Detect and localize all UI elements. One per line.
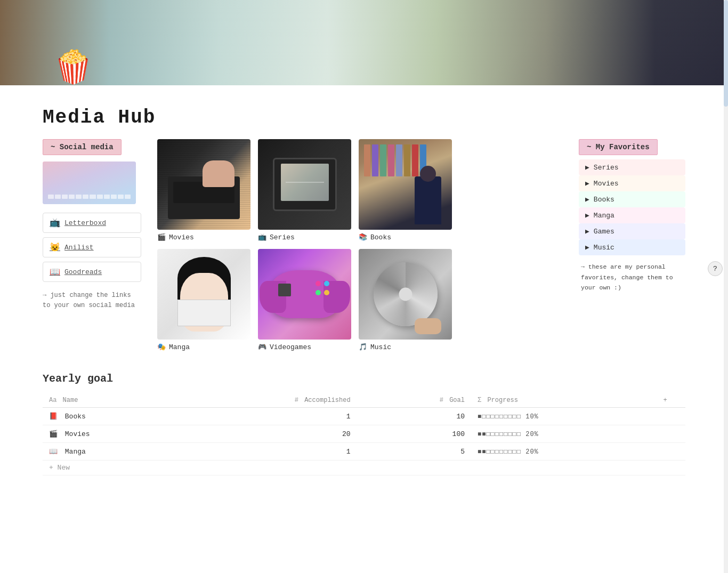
controller-shape	[270, 270, 339, 318]
btn-cross	[316, 290, 321, 295]
fav-books-label: Books	[594, 196, 614, 204]
media-card-music[interactable]: 🎵 Music	[359, 249, 452, 351]
letterboxd-link[interactable]: 📺 Letterboxd	[43, 213, 141, 233]
book-3	[380, 144, 386, 176]
page-title-area: Media Hub	[0, 85, 728, 139]
manga-goal-cell: 5	[357, 443, 471, 461]
cd-hand	[415, 318, 441, 334]
book-2	[372, 144, 378, 176]
letterboxd-label: Letterboxd	[64, 219, 106, 227]
fav-item-series[interactable]: ▶ Series	[579, 159, 685, 175]
scrollbar-thumb[interactable]	[724, 0, 728, 107]
key-1	[48, 195, 54, 199]
movies-label: 🎬 Movies	[157, 233, 250, 241]
book-7	[412, 144, 418, 176]
fav-item-books[interactable]: ▶ Books	[579, 191, 685, 207]
media-card-movies[interactable]: 🎬 Movies	[157, 139, 250, 241]
key-5	[76, 195, 82, 199]
key-8	[97, 195, 103, 199]
page-title: Media Hub	[43, 107, 685, 128]
books-icon: 📚	[359, 233, 367, 241]
anilist-link[interactable]: 😺 Anilist	[43, 237, 141, 257]
keyboard-visual	[43, 162, 136, 204]
series-image	[258, 139, 351, 230]
popcorn-icon: 🍿	[53, 51, 93, 87]
fav-movies-arrow: ▶	[585, 179, 589, 188]
media-card-series[interactable]: 📺 Series	[258, 139, 351, 241]
manga-name-cell: 📖 Manga	[43, 443, 200, 461]
key-2	[55, 195, 61, 199]
fav-item-movies[interactable]: ▶ Movies	[579, 175, 685, 191]
media-grid: 🎬 Movies 📺 Series	[157, 139, 563, 351]
books-goal-cell: 10	[357, 408, 471, 425]
goodreads-link[interactable]: 📖 Goodreads	[43, 262, 141, 282]
videogames-image	[258, 249, 351, 340]
movies-name-cell: 🎬 Movies	[43, 425, 200, 443]
buttons-group	[316, 281, 331, 297]
fav-item-games[interactable]: ▶ Games	[579, 223, 685, 239]
col-progress-header: Σ Progress	[471, 393, 657, 408]
main-content: ~ Social media	[0, 139, 728, 373]
social-section-tag: ~ Social media	[43, 139, 122, 155]
movies-add-cell	[657, 425, 685, 443]
manga-icon: 🎭	[157, 343, 166, 351]
social-image	[43, 162, 136, 204]
books-progress-cell: ■□□□□□□□□□ 10%	[471, 408, 657, 425]
videogames-label: 🎮 Videogames	[258, 343, 351, 351]
media-card-videogames[interactable]: 🎮 Videogames	[258, 249, 351, 351]
col-accomplished-header: # Accomplished	[200, 393, 357, 408]
goodreads-icon: 📖	[50, 267, 60, 277]
progress-col-icon: Σ	[478, 397, 481, 404]
goal-col-icon: #	[440, 397, 443, 404]
social-links-list: 📺 Letterboxd 😺 Anilist 📖 Goodreads	[43, 213, 141, 282]
books-accomplished-cell: 1	[200, 408, 357, 425]
books-row-icon: 📕	[49, 413, 58, 421]
goodreads-label: Goodreads	[64, 268, 102, 276]
books-add-cell	[657, 408, 685, 425]
accomplished-col-icon: #	[295, 397, 298, 404]
fav-books-arrow: ▶	[585, 195, 589, 204]
key-9	[104, 195, 110, 199]
movies-accomplished-cell: 20	[200, 425, 357, 443]
music-image	[359, 249, 452, 340]
fav-series-label: Series	[594, 164, 619, 172]
manga-label: 🎭 Manga	[157, 343, 250, 351]
book-4	[388, 144, 394, 176]
social-sidebar: ~ Social media	[43, 139, 141, 311]
scrollbar-track[interactable]	[724, 0, 728, 497]
series-icon: 📺	[258, 233, 266, 241]
key-4	[69, 195, 75, 199]
book-6	[404, 144, 410, 176]
media-card-manga[interactable]: 🎭 Manga	[157, 249, 250, 351]
col-name-header: Aa Name	[43, 393, 200, 408]
manga-book	[177, 300, 231, 326]
manga-accomplished-cell: 1	[200, 443, 357, 461]
music-icon: 🎵	[359, 343, 367, 351]
table-row-manga: 📖 Manga 1 5 ■■□□□□□□□□ 20%	[43, 443, 685, 461]
movies-goal-cell: 100	[357, 425, 471, 443]
series-label: 📺 Series	[258, 233, 351, 241]
book-1	[364, 144, 370, 176]
music-label: 🎵 Music	[359, 343, 452, 351]
yearly-goal-title: Yearly goal	[43, 373, 685, 385]
movies-row-icon: 🎬	[49, 430, 58, 438]
figure-shape	[415, 176, 441, 224]
btn-square	[316, 281, 321, 286]
help-button[interactable]: ?	[708, 261, 723, 276]
movies-icon: 🎬	[157, 233, 166, 241]
cd-center	[399, 288, 412, 301]
media-card-books[interactable]: 📚 Books	[359, 139, 452, 241]
tv-screen	[281, 164, 329, 201]
dpad	[278, 284, 291, 296]
fav-item-music[interactable]: ▶ Music	[579, 239, 685, 255]
col-goal-header: # Goal	[357, 393, 471, 408]
movies-progress-cell: ■■□□□□□□□□ 20%	[471, 425, 657, 443]
table-new-row[interactable]: + New	[43, 461, 685, 475]
fav-item-manga[interactable]: ▶ Manga	[579, 207, 685, 223]
yearly-goal-table: Aa Name # Accomplished # Goal Σ Progress…	[43, 393, 685, 475]
col-add-header[interactable]: +	[657, 393, 685, 408]
favorites-tag: ~ My Favorites	[579, 139, 658, 155]
anilist-icon: 😺	[50, 242, 60, 253]
movies-image	[157, 139, 250, 230]
book-5	[396, 144, 402, 176]
